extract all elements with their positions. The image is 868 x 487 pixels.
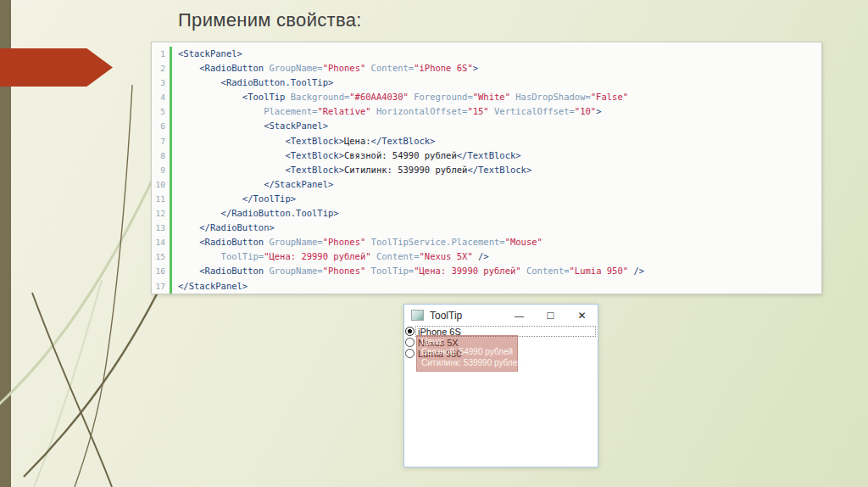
code-text: </StackPanel> (172, 279, 248, 294)
tooltip-line: Ситилинк: 539990 рублей (421, 358, 513, 368)
line-number: 12 (152, 206, 170, 221)
code-text: <StackPanel> (172, 119, 328, 133)
code-line: 15 ToolTip="Цена: 29990 рублей" Content=… (152, 249, 821, 264)
tooltip-line: Цена: (421, 337, 513, 347)
code-text: <TextBlock>Цена:</TextBlock> (172, 134, 435, 148)
line-number: 5 (152, 104, 170, 119)
window-title: ToolTip (430, 310, 462, 322)
code-line: 6 <StackPanel> (152, 119, 821, 133)
code-line: 13 </RadioButton> (152, 221, 821, 235)
code-text: </RadioButton.ToolTip> (172, 206, 339, 221)
maximize-button[interactable]: □ (535, 305, 566, 326)
code-line: 16 <RadioButton GroupName="Phones" ToolT… (152, 264, 821, 278)
code-line: 14 <RadioButton GroupName="Phones" ToolT… (152, 235, 821, 249)
code-text: </StackPanel> (172, 177, 333, 192)
page-title: Применим свойства: (178, 9, 362, 31)
code-text: <RadioButton GroupName="Phones" ToolTip=… (172, 264, 644, 278)
window-controls: — □ ✕ (504, 305, 598, 326)
code-editor-panel: 1<StackPanel>2 <RadioButton GroupName="P… (151, 42, 822, 294)
code-text: <TextBlock>Ситилинк: 539990 рублей</Text… (172, 163, 531, 177)
radio-button-icon[interactable] (405, 327, 415, 336)
line-number: 3 (152, 76, 170, 90)
line-number: 13 (152, 221, 170, 235)
code-text: <RadioButton GroupName="Phones" Content=… (172, 61, 478, 76)
code-line: 17</StackPanel> (152, 279, 821, 294)
radio-button-icon[interactable] (405, 349, 415, 358)
red-arrow-shape (0, 48, 113, 87)
tooltip-line: Связной: 54990 рублей (421, 347, 513, 357)
line-number: 14 (152, 235, 170, 249)
line-number: 10 (152, 177, 170, 192)
line-number: 4 (152, 90, 170, 104)
code-text: <RadioButton GroupName="Phones" ToolTipS… (172, 235, 542, 249)
window-titlebar: ToolTip — □ ✕ (404, 305, 598, 326)
code-text: ToolTip="Цена: 29990 рублей" Content="Ne… (172, 249, 489, 264)
code-line: 8 <TextBlock>Связной: 54990 рублей</Text… (152, 148, 821, 163)
line-number: 6 (152, 119, 170, 133)
line-number: 16 (152, 264, 170, 278)
code-text: </ToolTip> (172, 192, 296, 206)
line-number: 15 (152, 249, 170, 264)
code-line: 1<StackPanel> (152, 47, 821, 61)
line-number: 1 (152, 47, 170, 61)
radio-button-icon[interactable] (405, 338, 415, 347)
minimize-button[interactable]: — (504, 305, 535, 326)
code-line: 2 <RadioButton GroupName="Phones" Conten… (152, 61, 821, 76)
code-line: 5 Placement="Relative" HorizontalOffset=… (152, 104, 821, 119)
code-line: 10 </StackPanel> (152, 177, 821, 192)
tooltip-popup: Цена:Связной: 54990 рублейСитилинк: 5399… (416, 335, 518, 372)
code-line: 9 <TextBlock>Ситилинк: 539990 рублей</Te… (152, 163, 821, 177)
code-line: 3 <RadioButton.ToolTip> (152, 76, 821, 90)
code-line: 12 </RadioButton.ToolTip> (152, 206, 821, 221)
line-number: 8 (152, 148, 170, 163)
code-text: <RadioButton.ToolTip> (172, 76, 333, 90)
code-listing: 1<StackPanel>2 <RadioButton GroupName="P… (152, 47, 821, 294)
wpf-window: ToolTip — □ ✕ iPhone 6SNexus 5XLumia 950… (403, 304, 598, 467)
line-number: 11 (152, 192, 170, 206)
code-line: 4 <ToolTip Background="#60AA4030" Foregr… (152, 90, 821, 104)
code-text: <ToolTip Background="#60AA4030" Foregrou… (172, 90, 628, 104)
code-text: <StackPanel> (172, 47, 242, 61)
code-line: 7 <TextBlock>Цена:</TextBlock> (152, 134, 821, 148)
code-text: Placement="Relative" HorizontalOffset="1… (172, 104, 601, 119)
line-number: 9 (152, 163, 170, 177)
line-number: 2 (152, 61, 170, 76)
line-number: 17 (152, 279, 170, 294)
code-text: <TextBlock>Связной: 54990 рублей</TextBl… (172, 148, 521, 163)
code-line: 11 </ToolTip> (152, 192, 821, 206)
close-button[interactable]: ✕ (566, 305, 598, 326)
line-number: 7 (152, 134, 170, 148)
code-text: </RadioButton> (172, 221, 275, 235)
presentation-slide: Применим свойства: 1<StackPanel>2 <Radio… (0, 0, 868, 487)
app-icon (411, 310, 424, 321)
